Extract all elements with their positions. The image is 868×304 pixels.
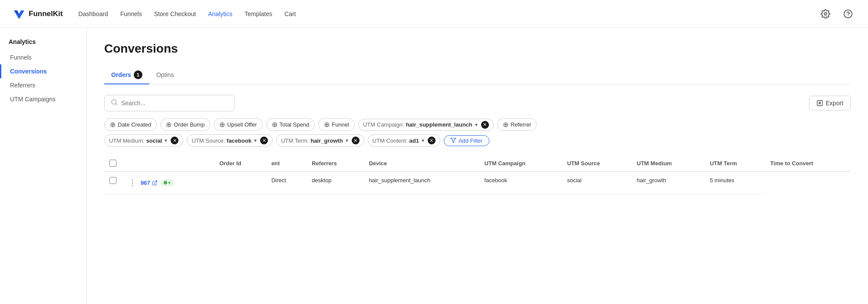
utm-term-close-button[interactable]: ✕ [352, 137, 360, 144]
nav-left: FunnelKit Dashboard Funnels Store Checko… [12, 7, 296, 21]
expand-chevron-icon: ▾ [168, 180, 171, 186]
row-checkbox-cell [104, 171, 122, 194]
add-filter-button[interactable]: Add Filter [444, 135, 489, 146]
tabs: Orders 1 Optins [104, 66, 851, 84]
sidebar-item-referrers: Referrers [0, 78, 86, 92]
utm-term-chip-label: UTM Term: [281, 137, 309, 144]
filter-chip-utm-campaign[interactable]: UTM Campaign: hair_supplement_launch ▾ ✕ [358, 119, 494, 131]
logo-icon [12, 7, 26, 21]
filter-row-2: UTM Medium: social ▾ ✕ UTM Source: faceb… [104, 134, 851, 147]
nav-store-checkout[interactable]: Store Checkout [154, 9, 196, 19]
nav-templates[interactable]: Templates [244, 9, 272, 19]
main-content: Conversions Orders 1 Optins [87, 28, 868, 304]
utm-source-chip-value: facebook [227, 137, 251, 144]
logo[interactable]: FunnelKit [12, 7, 63, 21]
sidebar-link-referrers[interactable]: Referrers [0, 78, 86, 92]
utm-term-chevron-icon: ▾ [346, 137, 348, 144]
gear-icon [821, 9, 830, 19]
filter-chip-order-bump[interactable]: ⊕ Order Bump [160, 118, 210, 131]
sidebar-title: Analytics [0, 38, 86, 50]
utm-content-chip-label: UTM Content: [373, 137, 408, 144]
expand-dot [164, 181, 167, 184]
nav-funnels[interactable]: Funnels [120, 9, 142, 19]
select-all-checkbox[interactable] [109, 160, 116, 167]
tab-orders-badge: 1 [134, 70, 142, 79]
filter-chip-utm-medium[interactable]: UTM Medium: social ▾ ✕ [104, 134, 183, 147]
export-label: Export [826, 100, 843, 107]
filter-chip-total-spend[interactable]: ⊕ Total Spend [266, 118, 315, 131]
table-header: Order Id ent Referrers Device UTM Campai… [104, 155, 851, 171]
row-order-id-col [214, 171, 266, 194]
nav-analytics[interactable]: Analytics [208, 9, 232, 19]
help-button[interactable] [840, 6, 856, 22]
filter-chip-utm-source[interactable]: UTM Source: facebook ▾ ✕ [187, 134, 273, 147]
nav-right [818, 6, 856, 22]
utm-source-chip-label: UTM Source: [191, 137, 225, 144]
sidebar-link-conversions[interactable]: Conversions [0, 64, 86, 78]
col-ent: ent [266, 155, 307, 171]
col-order-id: Order Id [214, 155, 266, 171]
col-utm-medium: UTM Medium [631, 155, 704, 171]
add-filter-label: Add Filter [459, 137, 483, 144]
sidebar-link-funnels[interactable]: Funnels [0, 50, 86, 64]
row-dots-button[interactable]: ⋮ [127, 177, 138, 188]
svg-line-7 [154, 180, 157, 183]
filter-chip-funnel[interactable]: ⊕ Funnel [318, 118, 355, 131]
filter-chip-upsell-offer[interactable]: ⊕ Upsell Offer [214, 118, 262, 131]
col-device: Device [363, 155, 479, 171]
plus-icon: ⊕ [324, 120, 330, 129]
svg-point-0 [824, 13, 827, 15]
col-checkbox [104, 155, 122, 171]
order-id-value: 967 [141, 180, 150, 186]
external-link-icon [152, 180, 158, 186]
utm-medium-chip-value: social [146, 137, 162, 144]
utm-content-chip-value: ad1 [409, 137, 419, 144]
filter-chip-referrer-label: Referrer [511, 121, 531, 128]
settings-button[interactable] [818, 6, 833, 22]
data-table: Order Id ent Referrers Device UTM Campai… [104, 155, 851, 194]
tab-orders[interactable]: Orders 1 [104, 66, 149, 84]
utm-medium-chevron-icon: ▾ [165, 137, 167, 144]
filter-rows: ⊕ Date Created ⊕ Order Bump ⊕ Upsell Off… [104, 118, 851, 147]
col-actions [122, 155, 214, 171]
filter-chip-upsell-offer-label: Upsell Offer [227, 121, 257, 128]
utm-campaign-close-button[interactable]: ✕ [481, 121, 489, 129]
col-time-to-convert: Time to Convert [765, 155, 851, 171]
row-utm-source-col: facebook [479, 171, 562, 194]
filter-chip-order-bump-label: Order Bump [174, 121, 205, 128]
top-nav: FunnelKit Dashboard Funnels Store Checko… [0, 0, 868, 28]
export-button[interactable]: Export [809, 96, 851, 110]
logo-text: FunnelKit [29, 10, 63, 18]
plus-icon: ⊕ [503, 120, 508, 129]
utm-medium-close-button[interactable]: ✕ [171, 137, 178, 144]
utm-content-chevron-icon: ▾ [422, 137, 424, 144]
app-body: Analytics Funnels Conversions Referrers … [0, 28, 868, 304]
nav-links: Dashboard Funnels Store Checkout Analyti… [78, 9, 296, 19]
filter-chip-utm-content[interactable]: UTM Content: ad1 ▾ ✕ [368, 134, 440, 147]
expand-pill-button[interactable]: ▾ [160, 179, 174, 187]
utm-content-close-button[interactable]: ✕ [428, 137, 436, 144]
tab-optins[interactable]: Optins [149, 67, 181, 84]
page-title: Conversions [104, 42, 851, 56]
sidebar: Analytics Funnels Conversions Referrers … [0, 28, 87, 304]
filter-icon [450, 137, 456, 144]
row-utm-term-col: hair_growth [631, 171, 704, 194]
filter-chip-date-created[interactable]: ⊕ Date Created [104, 118, 157, 131]
sidebar-item-funnels: Funnels [0, 50, 86, 64]
sidebar-link-utm-campaigns[interactable]: UTM Campaigns [0, 92, 86, 106]
filter-chip-referrer[interactable]: ⊕ Referrer [497, 118, 537, 131]
nav-dashboard[interactable]: Dashboard [78, 9, 108, 19]
search-input[interactable] [121, 100, 228, 107]
row-referrers-col: Direct [266, 171, 307, 194]
filter-chip-utm-term[interactable]: UTM Term: hair_growth ▾ ✕ [276, 134, 364, 147]
row-checkbox[interactable] [109, 177, 116, 184]
utm-source-close-button[interactable]: ✕ [260, 137, 268, 144]
nav-cart[interactable]: Cart [284, 9, 296, 19]
plus-icon: ⊕ [110, 120, 116, 129]
utm-campaign-chip-label: UTM Campaign: [363, 121, 404, 128]
utm-medium-chip-label: UTM Medium: [109, 137, 145, 144]
order-id-link[interactable]: 967 [141, 180, 158, 186]
row-utm-campaign-col: hair_supplement_launch [363, 171, 479, 194]
plus-icon: ⊕ [166, 120, 172, 129]
utm-term-chip-value: hair_growth [310, 137, 343, 144]
